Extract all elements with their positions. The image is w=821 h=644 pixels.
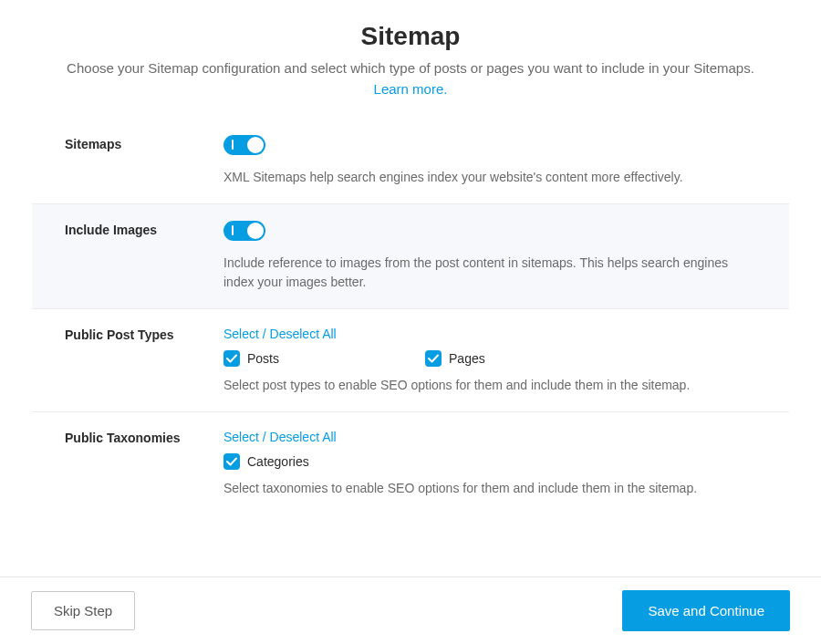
- checkbox-item-pages: Pages: [425, 350, 485, 367]
- include-images-toggle[interactable]: [223, 221, 265, 241]
- posts-checkbox[interactable]: [223, 350, 240, 367]
- section-sitemaps: Sitemaps XML Sitemaps help search engine…: [32, 119, 789, 204]
- page-description: Choose your Sitemap configuration and se…: [55, 58, 766, 99]
- sitemaps-toggle[interactable]: [223, 135, 265, 155]
- section-public-taxonomies: Public Taxonomies Select / Deselect All …: [32, 412, 789, 514]
- section-label-sitemaps: Sitemaps: [50, 135, 223, 187]
- skip-step-button[interactable]: Skip Step: [31, 591, 135, 630]
- posts-checkbox-label: Posts: [247, 351, 279, 366]
- save-continue-button[interactable]: Save and Continue: [622, 590, 790, 631]
- section-public-post-types: Public Post Types Select / Deselect All …: [32, 309, 789, 412]
- check-icon: [226, 353, 237, 364]
- post-types-select-all-link[interactable]: Select / Deselect All: [223, 327, 337, 341]
- learn-more-link[interactable]: Learn more.: [374, 81, 448, 97]
- categories-checkbox[interactable]: [223, 453, 240, 470]
- check-icon: [428, 353, 439, 364]
- pages-checkbox[interactable]: [425, 350, 442, 367]
- categories-checkbox-label: Categories: [247, 454, 309, 469]
- section-label-post-types: Public Post Types: [50, 326, 223, 395]
- check-icon: [226, 456, 237, 467]
- post-types-help: Select post types to enable SEO options …: [223, 376, 753, 395]
- taxonomies-select-all-link[interactable]: Select / Deselect All: [223, 430, 337, 444]
- footer-bar: Skip Step Save and Continue: [0, 576, 821, 644]
- checkbox-item-categories: Categories: [223, 453, 309, 470]
- checkbox-item-posts: Posts: [223, 350, 279, 367]
- section-label-include-images: Include Images: [50, 221, 223, 292]
- page-title: Sitemap: [55, 22, 766, 51]
- pages-checkbox-label: Pages: [449, 351, 485, 366]
- taxonomies-help: Select taxonomies to enable SEO options …: [223, 479, 753, 498]
- sitemaps-help: XML Sitemaps help search engines index y…: [223, 168, 753, 187]
- include-images-help: Include reference to images from the pos…: [223, 254, 753, 292]
- section-label-taxonomies: Public Taxonomies: [50, 429, 223, 498]
- page-header: Sitemap Choose your Sitemap configuratio…: [0, 0, 821, 118]
- section-include-images: Include Images Include reference to imag…: [32, 204, 789, 309]
